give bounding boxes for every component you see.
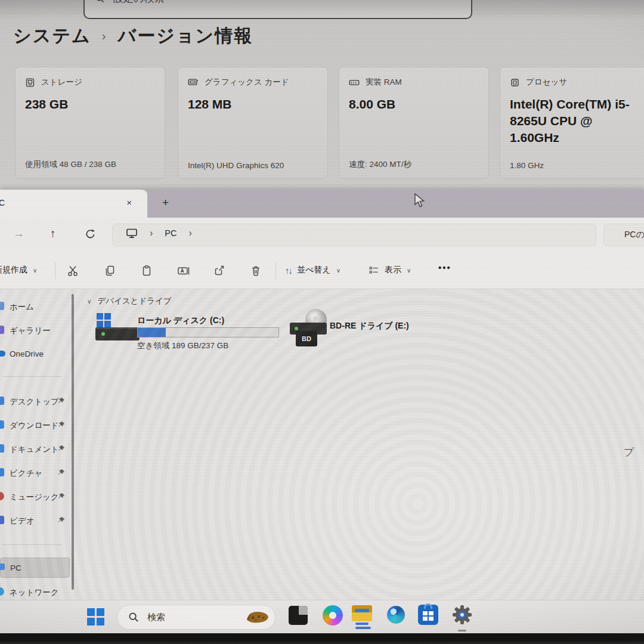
breadcrumb-parent[interactable]: システム — [13, 24, 91, 48]
graphics-card-icon — [188, 78, 199, 87]
close-icon[interactable]: × — [126, 197, 132, 208]
sidebar-item-pc[interactable]: PC — [0, 558, 70, 578]
screen-bezel — [0, 633, 644, 644]
rename-icon — [177, 265, 190, 277]
sidebar-item-documents[interactable]: ドキュメント — [0, 440, 70, 458]
pc-icon — [0, 564, 5, 570]
file-explorer-window: C × + → ↑ › — [0, 190, 644, 600]
sidebar-item-label: デスクトップ — [10, 397, 59, 407]
graphics-value: 128 MB — [188, 96, 318, 113]
search-icon — [128, 612, 140, 623]
dark-app-icon[interactable] — [289, 606, 308, 625]
drive-name: ローカル ディスク (C:) — [137, 315, 224, 326]
chevron-down-icon: ∨ — [336, 267, 340, 274]
sidebar-item-label: OneDrive — [10, 349, 44, 358]
ram-card: 実装 RAM 8.00 GB 速度: 2400 MT/秒 — [339, 67, 489, 179]
breadcrumb-pc[interactable]: PC — [165, 228, 177, 238]
sidebar-item-label: ビデオ — [10, 516, 34, 527]
file-explorer-icon[interactable] — [351, 604, 373, 624]
explorer-navbar: → ↑ › PC › — [0, 218, 644, 252]
sidebar-item-downloads[interactable]: ダウンロード — [0, 416, 70, 434]
share-button[interactable] — [213, 265, 225, 277]
view-label: 表示 — [385, 265, 401, 275]
page-title: バージョン情報 — [117, 24, 253, 48]
windows-flag-icon — [97, 313, 111, 327]
storage-icon — [25, 78, 35, 88]
sidebar-item-gallery[interactable]: ギャラリー — [0, 321, 70, 339]
graphics-card: グラフィックス カード 128 MB Intel(R) UHD Graphics… — [178, 67, 328, 179]
pictures-icon — [0, 468, 4, 476]
sidebar-item-music[interactable]: ミュージック — [0, 488, 70, 506]
start-button[interactable] — [87, 608, 105, 626]
explorer-toolbar: 新規作成 ∨ — [0, 252, 644, 289]
explorer-tab[interactable]: C × — [0, 190, 147, 218]
new-item-button[interactable]: 新規作成 ∨ — [0, 265, 37, 275]
explorer-sidebar: ホーム ギャラリー OneDrive デスクトップ — [0, 289, 70, 600]
settings-search-placeholder: 設定の検索 — [113, 0, 164, 5]
bd-drive-icon: BD — [290, 307, 332, 349]
onedrive-icon — [0, 351, 5, 357]
edge-icon[interactable] — [387, 606, 405, 624]
network-icon — [0, 587, 4, 596]
settings-search-input[interactable]: 設定の検索 — [83, 0, 472, 19]
screen: 設定の検索 システム › バージョン情報 ストレージ 238 GB 使用領域 4… — [0, 0, 644, 644]
pin-icon — [58, 469, 65, 476]
forward-button[interactable]: → — [13, 227, 24, 240]
trash-icon — [250, 265, 262, 277]
documents-icon — [0, 444, 4, 453]
processor-icon — [510, 78, 520, 88]
sidebar-item-home[interactable]: ホーム — [0, 298, 70, 315]
cut-button[interactable] — [67, 265, 79, 277]
explorer-tab-strip: C × + — [0, 190, 644, 218]
gallery-icon — [0, 326, 4, 334]
view-button[interactable]: 表示 ∨ — [369, 265, 411, 275]
sidebar-scrollbar[interactable] — [72, 294, 74, 590]
open-app-indicator — [458, 630, 466, 631]
pin-icon — [58, 445, 65, 452]
delete-button[interactable] — [250, 265, 262, 277]
toolbar-divider — [55, 262, 55, 279]
rename-button[interactable] — [177, 265, 190, 277]
copilot-icon[interactable] — [323, 605, 343, 626]
card-label: プロセッサ — [526, 77, 567, 88]
taskbar-search[interactable]: 検索 — [117, 605, 275, 630]
drive-name: BD-RE ドライブ (E:) — [330, 321, 409, 332]
sidebar-item-label: ドキュメント — [10, 444, 59, 455]
sidebar-item-pictures[interactable]: ピクチャ — [0, 464, 70, 482]
settings-icon[interactable] — [451, 604, 473, 626]
sort-label: 並べ替え — [297, 265, 331, 275]
refresh-icon — [85, 228, 96, 240]
search-icon — [95, 0, 105, 4]
sort-button[interactable]: ↑↓ 並べ替え ∨ — [285, 265, 340, 275]
drive-led — [101, 332, 105, 336]
card-label: 実装 RAM — [366, 77, 402, 88]
pin-icon — [58, 493, 65, 500]
explorer-search-input[interactable]: PCの — [603, 224, 644, 246]
sidebar-item-network[interactable]: ネットワーク — [0, 583, 70, 601]
pin-icon — [58, 516, 65, 524]
more-options-button[interactable]: ••• — [438, 262, 451, 273]
devices-and-drives-header[interactable]: ∨ デバイスとドライブ — [87, 296, 172, 306]
sidebar-item-desktop[interactable]: デスクトップ — [0, 392, 70, 410]
card-label: ストレージ — [41, 77, 82, 88]
view-icon — [369, 265, 379, 275]
drive-led — [295, 327, 298, 330]
store-icon[interactable] — [418, 605, 438, 625]
refresh-button[interactable] — [85, 228, 96, 240]
sidebar-item-videos[interactable]: ビデオ — [0, 512, 70, 530]
local-disk-icon — [95, 313, 143, 343]
new-tab-button[interactable]: + — [162, 196, 169, 209]
ram-value: 8.00 GB — [349, 96, 479, 113]
up-button[interactable]: ↑ — [50, 227, 56, 240]
sort-icon: ↑↓ — [285, 265, 292, 275]
address-bar[interactable]: › PC › — [112, 224, 596, 246]
chevron-right-icon: › — [102, 29, 107, 43]
sidebar-item-onedrive[interactable]: OneDrive — [0, 345, 70, 363]
cut-icon — [67, 265, 79, 277]
copy-button[interactable] — [104, 265, 116, 277]
graphics-detail: Intel(R) UHD Graphics 620 — [188, 161, 284, 170]
paste-button[interactable] — [141, 265, 153, 277]
pin-icon — [58, 421, 65, 428]
processor-card: プロセッサ Intel(R) Core(TM) i5-8265U CPU @ 1… — [500, 67, 644, 179]
storage-card: ストレージ 238 GB 使用領域 48 GB / 238 GB — [15, 67, 165, 179]
